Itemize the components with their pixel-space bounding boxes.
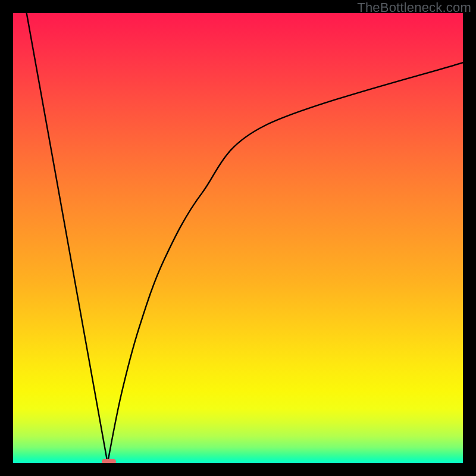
chart-root: TheBottleneck.com [0, 0, 476, 476]
optimal-region-marker [102, 459, 116, 463]
watermark-text: TheBottleneck.com [357, 0, 471, 15]
plot-frame [12, 12, 464, 464]
plot-area [13, 13, 463, 463]
bottleneck-curve [13, 13, 463, 463]
